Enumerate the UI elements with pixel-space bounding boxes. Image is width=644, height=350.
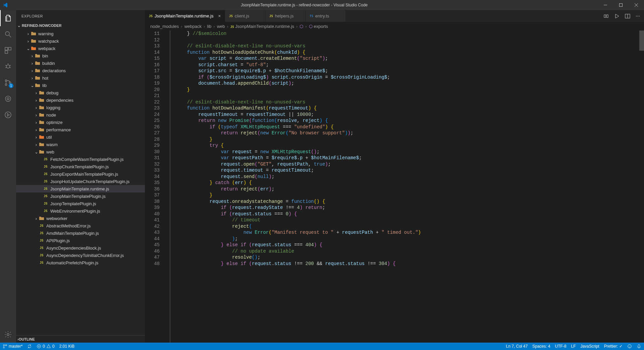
tree-file[interactable]: JSAbstractMethodError.js <box>16 222 145 229</box>
tree-file[interactable]: JSAsyncDependencyToInitialChunkError.js <box>16 252 145 259</box>
tree-folder[interactable]: ›performance <box>16 126 145 133</box>
svg-point-30 <box>628 345 632 348</box>
outline-section-header[interactable]: › OUTLINE <box>16 335 145 343</box>
debug-icon <box>4 62 12 71</box>
tree-file[interactable]: JSJsonpChunkTemplatePlugin.js <box>16 163 145 170</box>
activity-scm[interactable]: 1 <box>0 75 16 91</box>
svg-rect-1 <box>620 4 623 7</box>
status-sync[interactable] <box>27 344 32 349</box>
tree-folder[interactable]: ›watchpack <box>16 37 145 45</box>
status-feedback[interactable] <box>627 344 632 349</box>
tree-item-label: JsonpHotUpdateChunkTemplatePlugin.js <box>50 179 129 184</box>
tree-file[interactable]: JSWebEnvironmentPlugin.js <box>16 207 145 215</box>
tree-folder[interactable]: ›declarations <box>16 67 145 74</box>
activity-explorer[interactable] <box>0 10 16 26</box>
tree-folder[interactable]: ›node <box>16 111 145 119</box>
activity-search[interactable] <box>0 26 16 42</box>
tree-item-label: bin <box>42 53 48 58</box>
activity-extensions[interactable] <box>0 42 16 58</box>
minimize-button[interactable] <box>598 0 613 10</box>
folder-icon <box>31 38 36 44</box>
tree-file[interactable]: JSJsonpExportMainTemplatePlugin.js <box>16 170 145 178</box>
tree-folder[interactable]: ›debug <box>16 89 145 96</box>
tree-folder[interactable]: ›bin <box>16 52 145 59</box>
tree-file[interactable]: JSAmdMainTemplatePlugin.js <box>16 229 145 237</box>
chevron-icon: › <box>34 135 39 140</box>
tree-folder[interactable]: ⌄web <box>16 148 145 156</box>
editor-tab[interactable]: TSentry.ts <box>306 10 346 22</box>
js-file-icon: JS <box>43 194 48 198</box>
tree-folder[interactable]: ›webworker <box>16 215 145 222</box>
status-branch[interactable]: master* <box>3 344 22 349</box>
split-editor-icon[interactable] <box>625 13 630 19</box>
activity-run[interactable] <box>0 107 16 123</box>
tree-folder[interactable]: ›warning <box>16 30 145 37</box>
breadcrumb-item[interactable]: ⬡ <box>300 24 303 29</box>
tree-file[interactable]: JSJsonpMainTemplatePlugin.js <box>16 192 145 200</box>
status-language[interactable]: JavaScript <box>581 344 599 349</box>
close-tab-icon[interactable]: × <box>218 13 221 18</box>
tree-folder[interactable]: ›dependencies <box>16 96 145 104</box>
status-problems[interactable]: 0 0 <box>37 344 54 349</box>
tree-item-label: APIPlugin.js <box>46 238 70 243</box>
tree-file[interactable]: JSFetchCompileWasmTemplatePlugin.js <box>16 156 145 163</box>
code-editor[interactable]: 1112131415161718192021222324252627282930… <box>145 31 644 343</box>
breadcrumb-item[interactable]: JS JsonpMainTemplate.runtime.js <box>230 24 294 29</box>
close-button[interactable] <box>629 0 644 10</box>
tree-folder[interactable]: ›logging <box>16 104 145 111</box>
activity-debug[interactable] <box>0 58 16 75</box>
svg-point-25 <box>3 347 5 348</box>
editor-tab[interactable]: JShelpers.js <box>265 10 306 22</box>
status-prettier[interactable]: Prettier: ✓ <box>604 344 623 349</box>
js-file-icon: JS <box>43 172 48 176</box>
svg-point-18 <box>5 96 11 101</box>
tree-folder[interactable]: ›buildin <box>16 59 145 67</box>
chevron-icon: › <box>25 39 31 44</box>
tree-folder[interactable]: ›hot <box>16 74 145 82</box>
breadcrumb-item[interactable]: ⬡ exports <box>309 24 328 29</box>
tree-folder[interactable]: ⌄lib <box>16 82 145 89</box>
maximize-button[interactable] <box>613 0 629 10</box>
run-icon[interactable] <box>614 13 620 19</box>
file-ext-icon: JS <box>229 14 233 18</box>
tree-item-label: web <box>46 149 54 155</box>
code-content[interactable]: } //$semicolon // eslint-disable-next-li… <box>170 31 644 343</box>
editor-tab[interactable]: JSJsonpMainTemplate.runtime.js× <box>145 10 225 22</box>
tree-folder[interactable]: ›wasm <box>16 141 145 148</box>
status-spaces[interactable]: Spaces: 4 <box>532 344 550 349</box>
minimap[interactable] <box>639 31 644 343</box>
tree-file[interactable]: JSJsonpMainTemplate.runtime.js <box>16 185 145 192</box>
compare-changes-icon[interactable] <box>603 13 609 19</box>
breadcrumb-item[interactable]: lib <box>207 24 211 29</box>
status-eol[interactable]: LF <box>571 344 576 349</box>
tree-file[interactable]: JSAPIPlugin.js <box>16 237 145 244</box>
svg-rect-6 <box>5 47 8 50</box>
status-encoding[interactable]: UTF-8 <box>555 344 567 349</box>
tree-file[interactable]: JSJsonpTemplatePlugin.js <box>16 200 145 207</box>
svg-rect-8 <box>5 51 8 53</box>
svg-point-15 <box>5 80 7 82</box>
status-cursor[interactable]: Ln 7, Col 47 <box>506 344 528 349</box>
status-notifications[interactable] <box>637 344 641 349</box>
activity-settings[interactable] <box>0 326 16 343</box>
breadcrumb-item[interactable]: webpack <box>184 24 202 29</box>
tree-folder[interactable]: ›optimize <box>16 119 145 126</box>
breadcrumb-item[interactable]: node_modules <box>150 24 179 29</box>
chevron-icon: › <box>34 90 39 95</box>
tree-folder[interactable]: ›util <box>16 133 145 141</box>
folder-icon <box>39 216 44 221</box>
status-filesize[interactable]: 2.01 KiB <box>59 344 74 349</box>
tree-file[interactable]: JSAutomaticPrefetchPlugin.js <box>16 259 145 266</box>
editor-tab[interactable]: JSclient.js <box>225 10 265 22</box>
activity-gitlens[interactable] <box>0 91 16 107</box>
tree-folder[interactable]: ⌄webpack <box>16 45 145 52</box>
breadcrumb-item[interactable]: web <box>217 24 225 29</box>
more-actions-icon[interactable]: ⋯ <box>636 13 640 18</box>
project-section-header[interactable]: ⌄ REFINED-NOWCODER <box>16 22 145 29</box>
minimap-scroll-indicator[interactable] <box>639 31 644 51</box>
tree-item-label: node <box>46 113 56 118</box>
tree-file[interactable]: JSAsyncDependenciesBlock.js <box>16 244 145 252</box>
folder-icon <box>35 83 40 88</box>
tree-file[interactable]: JSJsonpHotUpdateChunkTemplatePlugin.js <box>16 178 145 185</box>
breadcrumbs[interactable]: node_modules›webpack›lib›web›JS JsonpMai… <box>145 22 644 31</box>
